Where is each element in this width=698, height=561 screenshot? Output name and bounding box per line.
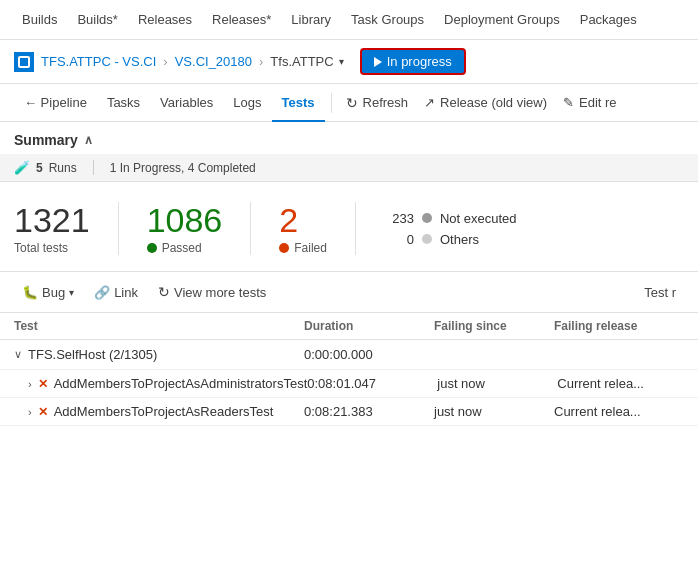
test-duration-1: 0:08:01.047 [307, 376, 437, 391]
breadcrumb-run[interactable]: VS.CI_20180 [175, 54, 252, 69]
nav-deployment-groups[interactable]: Deployment Groups [434, 0, 570, 40]
not-executed-label: Not executed [440, 211, 517, 226]
test-failing-release-2: Current relea... [554, 404, 684, 419]
link-icon: 🔗 [94, 285, 110, 300]
pipeline-logo [14, 52, 34, 72]
collapse-icon[interactable]: ∧ [84, 133, 93, 147]
test-failing-since-1: just now [437, 376, 557, 391]
bug-dropdown-icon: ▾ [69, 287, 74, 298]
total-label: Total tests [14, 241, 68, 255]
failed-label: Failed [279, 241, 327, 255]
runs-count: 5 [36, 161, 43, 175]
group-collapse-icon[interactable]: ∨ [14, 348, 22, 361]
runs-count-section: 🧪 5 Runs [14, 160, 94, 175]
action-refresh[interactable]: ↻ Refresh [338, 84, 417, 122]
sub-navigation: ← Pipeline Tasks Variables Logs Tests ↻ … [0, 84, 698, 122]
tab-tests[interactable]: Tests [272, 84, 325, 122]
test-name-1: › ✕ AddMembersToProjectAsAdministratorsT… [28, 376, 307, 391]
action-edit[interactable]: ✎ Edit re [555, 84, 625, 122]
not-executed-row: 233 Not executed [384, 211, 517, 226]
failed-count: 2 [279, 202, 298, 239]
runs-bar: 🧪 5 Runs 1 In Progress, 4 Completed [0, 154, 698, 182]
play-icon [374, 57, 382, 67]
refresh-icon: ↻ [346, 84, 358, 122]
tab-logs[interactable]: Logs [223, 84, 271, 122]
chevron-down-icon: ▾ [339, 56, 344, 67]
fail-icon-1: ✕ [38, 377, 48, 391]
test-table: Test Duration Failing since Failing rele… [0, 313, 698, 426]
passed-label: Passed [147, 241, 202, 255]
test-failing-release-1: Current relea... [557, 376, 687, 391]
row-expand-btn-1[interactable]: › [28, 378, 32, 390]
breadcrumb-stage[interactable]: Tfs.ATTPC ▾ [270, 54, 343, 69]
link-button[interactable]: 🔗 Link [86, 281, 146, 304]
test-name-text-1[interactable]: AddMembersToProjectAsAdministratorsTest [54, 376, 308, 391]
test-group-row: ∨ TFS.SelfHost (2/1305) 0:00:00.000 [0, 340, 698, 370]
table-header-row: Test Duration Failing since Failing rele… [0, 313, 698, 340]
table-row: › ✕ AddMembersToProjectAsReadersTest 0:0… [0, 398, 698, 426]
runs-label: Runs [49, 161, 77, 175]
passed-dot [147, 243, 157, 253]
runs-status: 1 In Progress, 4 Completed [94, 161, 256, 175]
test-toolbar: 🐛 Bug ▾ 🔗 Link ↻ View more tests Test r [0, 272, 698, 313]
others-label: Others [440, 232, 479, 247]
col-failing-release: Failing release [554, 319, 684, 333]
row-expand-btn-2[interactable]: › [28, 406, 32, 418]
summary-title: Summary [14, 132, 78, 148]
summary-section-header: Summary ∧ [0, 122, 698, 154]
nav-task-groups[interactable]: Task Groups [341, 0, 434, 40]
group-name: TFS.SelfHost (2/1305) [28, 347, 157, 362]
action-release-old[interactable]: ↗ Release (old view) [416, 84, 555, 122]
redirect-icon: ↗ [424, 84, 435, 122]
tab-tasks[interactable]: Tasks [97, 84, 150, 122]
nav-builds-star[interactable]: Builds* [67, 0, 127, 40]
bug-button[interactable]: 🐛 Bug ▾ [14, 281, 82, 304]
nav-releases[interactable]: Releases [128, 0, 202, 40]
fail-icon-2: ✕ [38, 405, 48, 419]
failed-dot [279, 243, 289, 253]
others-row: 0 Others [384, 232, 517, 247]
nav-builds[interactable]: Builds [12, 0, 67, 40]
tab-pipeline[interactable]: ← Pipeline [14, 84, 97, 122]
breadcrumb-pipeline[interactable]: TFS.ATTPC - VS.CI [41, 54, 156, 69]
stats-section: 1321 Total tests 1086 Passed 2 Failed 23… [0, 182, 698, 272]
test-name-text-2[interactable]: AddMembersToProjectAsReadersTest [54, 404, 274, 419]
col-failing-since: Failing since [434, 319, 554, 333]
top-navigation: Builds Builds* Releases Releases* Librar… [0, 0, 698, 40]
runs-status-text: 1 In Progress, 4 Completed [110, 161, 256, 175]
test-group-label: ∨ TFS.SelfHost (2/1305) [14, 347, 304, 362]
stat-not-executed-block: 233 Not executed 0 Others [384, 211, 517, 247]
stat-total: 1321 Total tests [14, 202, 119, 255]
not-executed-dot [422, 213, 432, 223]
bug-icon: 🐛 [22, 285, 38, 300]
tab-variables[interactable]: Variables [150, 84, 223, 122]
col-duration: Duration [304, 319, 434, 333]
test-duration-2: 0:08:21.383 [304, 404, 434, 419]
stat-failed: 2 Failed [279, 202, 356, 255]
edit-icon: ✎ [563, 84, 574, 122]
nav-releases-star[interactable]: Releases* [202, 0, 281, 40]
breadcrumb-sep-2: › [259, 54, 263, 69]
view-more-tests-button[interactable]: ↻ View more tests [150, 280, 274, 304]
breadcrumb-sep-1: › [163, 54, 167, 69]
breadcrumb-bar: TFS.ATTPC - VS.CI › VS.CI_20180 › Tfs.AT… [0, 40, 698, 84]
group-duration: 0:00:00.000 [304, 347, 434, 362]
table-row: › ✕ AddMembersToProjectAsAdministratorsT… [0, 370, 698, 398]
stat-passed: 1086 Passed [147, 202, 252, 255]
total-count: 1321 [14, 202, 90, 239]
test-r-button[interactable]: Test r [636, 281, 684, 304]
others-dot [422, 234, 432, 244]
passed-count: 1086 [147, 202, 223, 239]
nav-library[interactable]: Library [281, 0, 341, 40]
not-executed-count: 233 [384, 211, 414, 226]
test-failing-since-2: just now [434, 404, 554, 419]
nav-packages[interactable]: Packages [570, 0, 647, 40]
test-name-2: › ✕ AddMembersToProjectAsReadersTest [28, 404, 304, 419]
col-test: Test [14, 319, 304, 333]
flask-icon: 🧪 [14, 160, 30, 175]
in-progress-button[interactable]: In progress [360, 48, 466, 75]
view-more-icon: ↻ [158, 284, 170, 300]
others-count: 0 [384, 232, 414, 247]
subnav-divider [331, 93, 332, 113]
